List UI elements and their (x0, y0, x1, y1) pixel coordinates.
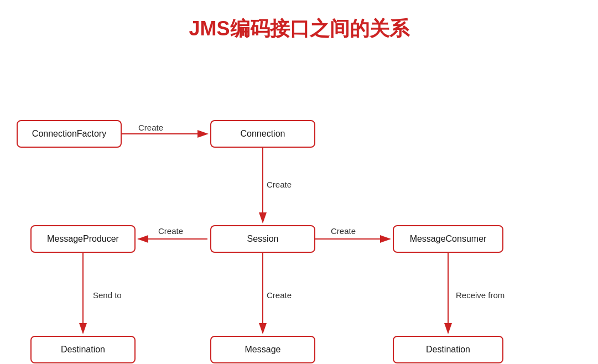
destination-right-node: Destination (393, 336, 503, 363)
message-node: Message (210, 336, 315, 363)
label-sess-to-msg: Create (267, 290, 292, 300)
arrows-svg (0, 54, 598, 362)
label-sess-to-cons: Create (331, 226, 356, 236)
page-title: JMS编码接口之间的关系 (0, 0, 598, 54)
message-producer-node: MessageProducer (30, 225, 136, 253)
label-cons-to-dest: Receive from (456, 290, 505, 300)
message-consumer-node: MessageConsumer (393, 225, 503, 253)
connection-node: Connection (210, 120, 315, 148)
diagram-area: ConnectionFactory Connection Session Mes… (0, 54, 598, 362)
destination-left-node: Destination (30, 336, 136, 363)
connection-factory-node: ConnectionFactory (17, 120, 122, 148)
label-sess-to-prod: Create (158, 226, 183, 236)
label-cf-to-conn: Create (138, 123, 163, 132)
session-node: Session (210, 225, 315, 253)
label-conn-to-sess: Create (267, 180, 292, 189)
label-prod-to-dest: Send to (93, 290, 122, 300)
